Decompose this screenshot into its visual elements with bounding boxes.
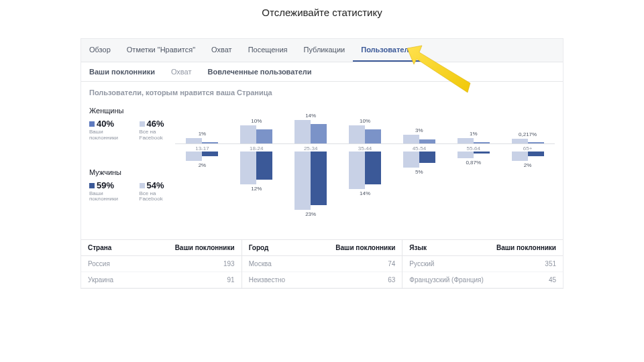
male-bar: 0,87% — [446, 152, 500, 210]
lang-head: Язык — [409, 244, 496, 251]
breakdown-tables: СтранаВаши поклонники Россия193 Украина9… — [81, 239, 563, 288]
male-bar: 2% — [175, 152, 229, 210]
tab-people[interactable]: Пользователи — [353, 39, 421, 62]
tab-overview[interactable]: Обзор — [81, 39, 119, 62]
language-table: ЯзыкВаши поклонники Русский351 Французск… — [402, 240, 563, 288]
table-row[interactable]: Украина91 — [81, 272, 241, 288]
insights-dashboard: Обзор Отметки "Нравится" Охват Посещения… — [80, 38, 564, 289]
female-bar: 0,217% — [500, 107, 555, 143]
female-bar: 10% — [229, 107, 284, 143]
table-row[interactable]: Москва74 — [242, 256, 402, 272]
table-row[interactable]: Французский (Франция)45 — [402, 272, 563, 288]
male-all-pct: 54% Все на Facebook — [140, 179, 175, 203]
male-title: Мужчины — [89, 168, 175, 176]
section-heading: Пользователи, которым нравится ваша Стра… — [81, 82, 563, 103]
female-bar: 1% — [175, 107, 229, 143]
female-bar: 14% — [284, 107, 338, 143]
female-block: Женщины 40% Ваши поклонники 46% Все на F… — [89, 107, 175, 141]
country-head: Страна — [88, 244, 175, 251]
male-fans-pct: 59% Ваши поклонники — [89, 179, 127, 203]
country-table: СтранаВаши поклонники Россия193 Украина9… — [81, 240, 242, 288]
male-block: Мужчины 59% Ваши поклонники 54% Все на F… — [89, 168, 175, 203]
country-head-val: Ваши поклонники — [175, 244, 235, 251]
swatch-icon — [89, 183, 95, 188]
gender-summary: Женщины 40% Ваши поклонники 46% Все на F… — [89, 107, 175, 229]
male-bar: 12% — [229, 152, 284, 210]
subtab-reach[interactable]: Охват — [163, 62, 200, 81]
subtab-engaged[interactable]: Вовлеченные пользователи — [200, 62, 320, 81]
table-row[interactable]: Россия193 — [81, 256, 241, 272]
city-head: Город — [249, 244, 336, 251]
tab-posts[interactable]: Публикации — [296, 39, 354, 62]
demographics-section: Женщины 40% Ваши поклонники 46% Все на F… — [81, 103, 563, 239]
male-bar: 14% — [338, 152, 392, 210]
city-table: ГородВаши поклонники Москва74 Неизвестно… — [242, 240, 403, 288]
city-head-val: Ваши поклонники — [335, 244, 395, 251]
lang-head-val: Ваши поклонники — [496, 244, 556, 251]
table-row[interactable]: Русский351 — [402, 256, 563, 272]
female-bar: 1% — [446, 107, 500, 143]
swatch-icon — [140, 121, 145, 127]
age-gender-chart: 1%10%14%10%3%1%0,217% 13-1718-2425-3435-… — [175, 107, 555, 210]
swatch-icon — [140, 183, 145, 188]
female-all-pct: 46% Все на Facebook — [140, 117, 175, 141]
page-title: Отслеживайте статистику — [0, 0, 644, 38]
female-title: Женщины — [89, 107, 175, 115]
main-tabs: Обзор Отметки "Нравится" Охват Посещения… — [81, 39, 563, 62]
male-bar: 2% — [500, 152, 555, 210]
tab-reach[interactable]: Охват — [203, 39, 240, 62]
female-bar: 3% — [392, 107, 446, 143]
sub-tabs: Ваши поклонники Охват Вовлеченные пользо… — [81, 62, 563, 82]
male-bar: 5% — [392, 152, 446, 210]
tab-visits[interactable]: Посещения — [240, 39, 296, 62]
male-bar: 23% — [284, 152, 338, 210]
female-bar: 10% — [338, 107, 392, 143]
female-fans-pct: 40% Ваши поклонники — [89, 117, 127, 141]
swatch-icon — [89, 121, 95, 127]
table-row[interactable]: Неизвестно63 — [242, 272, 402, 288]
subtab-your-fans[interactable]: Ваши поклонники — [81, 62, 163, 81]
tab-likes[interactable]: Отметки "Нравится" — [119, 39, 203, 62]
